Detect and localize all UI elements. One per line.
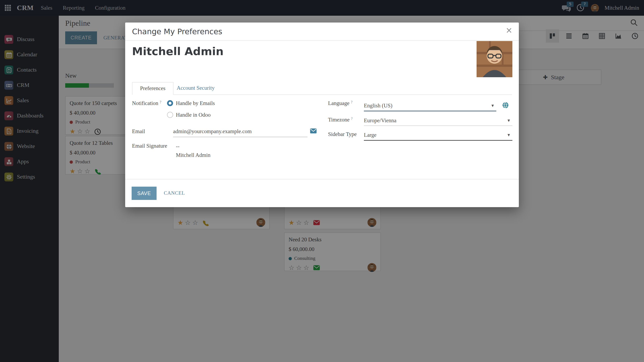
notification-label: Notification ? [132,100,161,107]
sidebar-type-label: Sidebar Type [328,131,356,138]
email-signature-label: Email Signature [132,143,167,149]
modal-tabs: Preferences Account Security [132,82,512,95]
modal-footer: SAVE CANCEL [125,179,519,207]
screen: CRM Sales Reporting Configuration 5 7 Mi… [0,0,644,362]
language-label: Language ? [328,100,352,107]
close-icon[interactable]: × [506,26,512,34]
radio-handle-in-odoo[interactable] [167,112,173,118]
language-caret-icon[interactable]: ▼ [491,103,495,108]
email-input[interactable]: admin@yourcompany.example.com [173,128,252,135]
timezone-caret-icon[interactable]: ▼ [507,118,511,123]
profile-photo[interactable] [476,41,512,77]
modal-header: Change My Preferences × [125,22,519,41]
help-icon[interactable]: ? [351,100,352,104]
modal-title: Change My Preferences [132,27,222,36]
help-icon[interactable]: ? [160,100,161,104]
language-underline [364,111,496,111]
timezone-select[interactable]: Europe/Vienna [364,117,396,124]
timezone-underline [364,125,512,126]
radio-handle-in-odoo-label[interactable]: Handle in Odoo [176,112,210,118]
language-select[interactable]: English (US) [364,103,392,109]
tab-account-security[interactable]: Account Security [169,82,222,94]
signature-line1[interactable]: -- [176,143,180,150]
radio-handle-by-emails[interactable] [167,100,173,106]
help-icon[interactable]: ? [351,117,352,121]
language-globe-icon[interactable] [502,102,509,109]
email-envelope-icon[interactable] [310,128,317,134]
sidebar-type-select[interactable]: Large [364,132,376,138]
user-name-heading: Mitchell Admin [132,45,224,57]
sidebar-type-caret-icon[interactable]: ▼ [507,133,511,137]
email-label: Email [132,128,145,135]
signature-line2[interactable]: Mitchell Admin [176,152,210,158]
preferences-modal: Change My Preferences × Mitchell Admin P… [125,22,519,207]
sidebar-type-underline [364,140,512,141]
tab-preferences[interactable]: Preferences [132,82,174,95]
save-button[interactable]: SAVE [132,187,156,200]
timezone-label: Timezone ? [328,117,352,123]
cancel-button[interactable]: CANCEL [164,187,185,200]
radio-handle-by-emails-label[interactable]: Handle by Emails [176,100,215,107]
email-underline [173,137,308,137]
